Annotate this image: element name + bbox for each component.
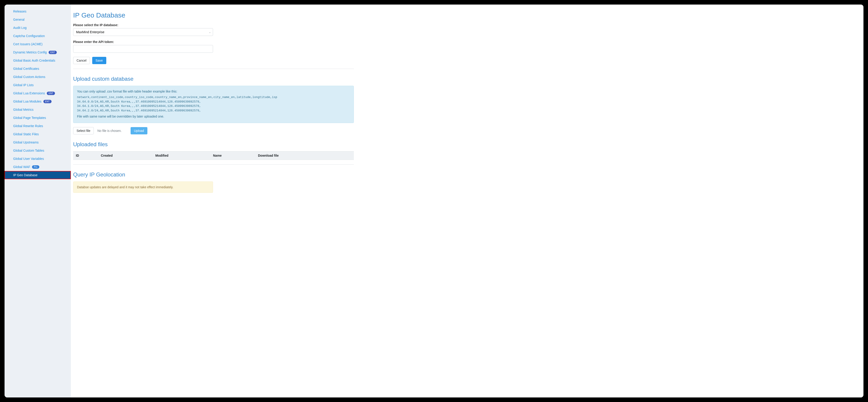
sidebar-item-dynamic-metrics-config[interactable]: Dynamic Metrics ConfigENT	[4, 48, 71, 56]
sidebar-item-cert-issuers[interactable]: Cert Issuers (ACME)	[4, 40, 71, 48]
sidebar-item-global-upstreams[interactable]: Global Upstreams	[4, 138, 71, 146]
api-token-input[interactable]	[73, 45, 213, 53]
col-download: Download file	[255, 151, 339, 160]
sidebar-item-global-metrics[interactable]: Global Metrics	[4, 106, 71, 114]
col-modified: Modified	[153, 151, 210, 160]
alert-csv-example: network,continent_iso_code,country_iso_c…	[77, 95, 350, 113]
uploaded-files-table: ID Created Modified Name Download file	[73, 151, 354, 165]
sidebar-item-audit-log[interactable]: Audit Log	[4, 24, 71, 32]
save-button[interactable]: Save	[92, 57, 106, 64]
sidebar-item-global-lua-modules[interactable]: Global Lua ModulesENT	[4, 97, 71, 106]
alert-override-note: File with same name will be overridden b…	[77, 115, 350, 118]
col-created: Created	[98, 151, 153, 160]
query-heading: Query IP Geolocation	[73, 171, 354, 178]
sidebar-item-global-user-variables[interactable]: Global User Variables	[4, 154, 71, 163]
sidebar-item-global-custom-actions[interactable]: Global Custom Actions	[4, 73, 71, 81]
sidebar-item-global-certificates[interactable]: Global Certificates	[4, 64, 71, 73]
cancel-button[interactable]: Cancel	[73, 57, 90, 64]
sidebar-item-ip-geo-database[interactable]: IP Geo Database	[4, 171, 71, 179]
query-warning-alert: Databse updates are delayed and it may n…	[73, 181, 213, 193]
main-content: IP Geo Database Please select the IP dat…	[71, 4, 864, 398]
app-window: Releases General Audit Log Captcha Confi…	[4, 4, 864, 398]
sidebar: Releases General Audit Log Captcha Confi…	[4, 4, 71, 398]
upload-info-alert: You can only upload .csv format file wit…	[73, 86, 354, 123]
table-row-empty	[73, 160, 354, 165]
select-file-button[interactable]: Select file	[73, 127, 94, 134]
sidebar-item-global-lua-extensions[interactable]: Global Lua ExtensionsENT	[4, 89, 71, 97]
col-name: Name	[210, 151, 255, 160]
sidebar-item-captcha-configuration[interactable]: Captcha Configuration	[4, 32, 71, 40]
token-label: Please enter the API token:	[73, 40, 354, 44]
db-select-label: Please select the IP database:	[73, 23, 354, 27]
sidebar-item-global-static-files[interactable]: Global Static Files	[4, 130, 71, 138]
sidebar-item-global-page-templates[interactable]: Global Page Templates	[4, 114, 71, 122]
sidebar-item-global-waf[interactable]: Global WAFPro	[4, 163, 71, 171]
ent-badge: ENT	[49, 51, 57, 54]
sidebar-item-global-basic-auth[interactable]: Global Basic Auth Credentials	[4, 56, 71, 64]
ent-badge: ENT	[43, 100, 52, 103]
col-actions	[339, 151, 354, 160]
uploaded-heading: Uploaded files	[73, 141, 354, 148]
no-file-hint: No file is chosen.	[97, 129, 127, 133]
db-select[interactable]: MaxMind Enterprise	[73, 28, 213, 36]
sidebar-item-releases[interactable]: Releases	[4, 7, 71, 16]
upload-heading: Upload custom database	[73, 76, 354, 82]
sidebar-item-global-ip-lists[interactable]: Global IP Lists	[4, 81, 71, 89]
sidebar-item-general[interactable]: General	[4, 16, 71, 24]
ent-badge: ENT	[47, 92, 55, 95]
alert-intro: You can only upload .csv format file wit…	[77, 90, 350, 93]
sidebar-item-global-rewrite-rules[interactable]: Global Rewrite Rules	[4, 122, 71, 130]
upload-button[interactable]: Upload	[131, 127, 147, 134]
sidebar-item-global-custom-tables[interactable]: Global Custom Tables	[4, 146, 71, 154]
page-title: IP Geo Database	[73, 11, 354, 19]
col-id: ID	[73, 151, 98, 160]
pro-badge: Pro	[32, 165, 39, 169]
